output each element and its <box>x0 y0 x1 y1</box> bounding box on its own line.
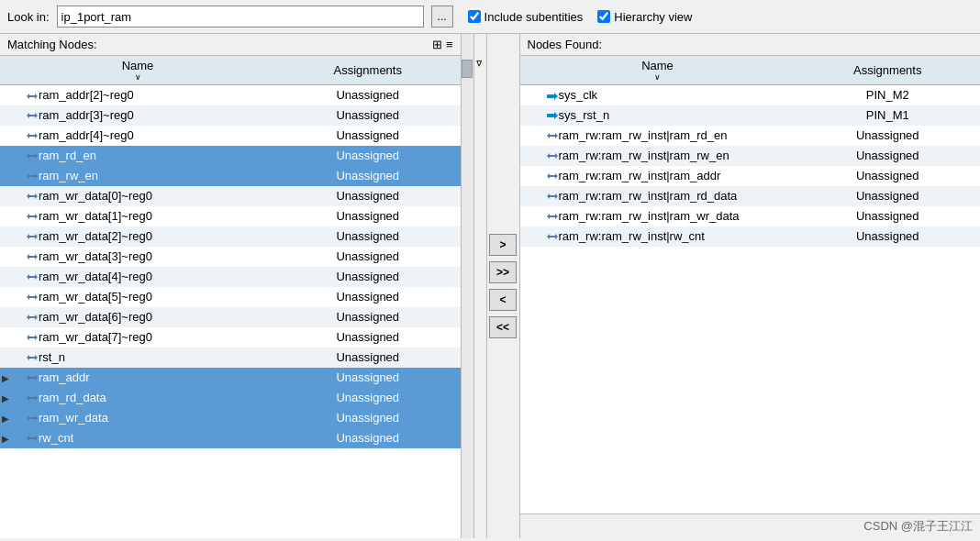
svg-marker-27 <box>547 234 558 239</box>
table-row[interactable]: ram_wr_data[2]~reg0Unassigned <box>0 226 461 247</box>
right-assignments-header: Assignments <box>796 56 981 85</box>
expand-arrow[interactable]: ▶ <box>2 373 9 383</box>
table-row[interactable]: ▶ ram_addrUnassigned <box>0 368 461 388</box>
grid-icon[interactable]: ⊞ <box>432 38 442 51</box>
node-assignment: PIN_M1 <box>796 105 981 126</box>
node-assignment: Unassigned <box>275 388 461 408</box>
node-assignment: Unassigned <box>275 267 461 287</box>
svg-marker-2 <box>27 133 38 138</box>
node-assignment: Unassigned <box>796 206 981 226</box>
svg-rect-20 <box>547 114 554 117</box>
include-subentities-checkbox[interactable] <box>468 10 481 23</box>
svg-marker-15 <box>27 395 38 401</box>
svg-marker-3 <box>27 153 38 159</box>
node-assignment: Unassigned <box>796 186 981 206</box>
left-name-header: Name ∨ <box>0 56 275 85</box>
table-row[interactable]: ram_wr_data[7]~reg0Unassigned <box>0 327 461 348</box>
table-row[interactable]: ram_rw:ram_rw_inst|ram_rd_enUnassigned <box>520 126 981 146</box>
node-name: ram_addr[4]~reg0 <box>18 126 275 146</box>
left-assignments-header: Assignments <box>275 56 461 85</box>
node-name: ram_rd_data <box>18 388 275 408</box>
hierarchy-view-checkbox[interactable] <box>597 10 610 23</box>
node-assignment: PIN_M2 <box>796 85 981 105</box>
node-assignment: Unassigned <box>275 247 461 267</box>
node-name: ram_wr_data[5]~reg0 <box>18 287 275 307</box>
move-one-right-button[interactable]: > <box>489 234 517 256</box>
node-name: ram_wr_data[7]~reg0 <box>18 327 275 348</box>
include-subentities-label: Include subentities <box>484 10 584 24</box>
look-in-input[interactable] <box>57 6 424 28</box>
node-assignment: Unassigned <box>275 327 461 348</box>
watermark: CSDN @混子王江江 <box>520 513 981 538</box>
svg-marker-12 <box>27 335 38 340</box>
node-assignment: Unassigned <box>275 105 461 126</box>
table-row[interactable]: rst_nUnassigned <box>0 348 461 368</box>
table-row[interactable]: ▶ ram_rd_dataUnassigned <box>0 388 461 408</box>
svg-marker-10 <box>27 294 38 300</box>
node-assignment: Unassigned <box>275 166 461 186</box>
node-name: ram_rd_en <box>18 146 275 166</box>
node-assignment: Unassigned <box>275 206 461 226</box>
table-row[interactable]: ▶ rw_cntUnassigned <box>0 428 461 448</box>
node-assignment: Unassigned <box>796 126 981 146</box>
table-row[interactable]: sys_rst_nPIN_M1 <box>520 105 981 126</box>
browse-button[interactable]: ... <box>431 6 453 28</box>
svg-marker-1 <box>27 113 38 118</box>
node-name: rst_n <box>18 348 275 368</box>
matching-nodes-header: Matching Nodes: ⊞ ≡ <box>0 34 461 56</box>
svg-marker-17 <box>27 436 38 441</box>
table-row[interactable]: ram_rw:ram_rw_inst|ram_addrUnassigned <box>520 166 981 186</box>
svg-marker-25 <box>547 193 558 199</box>
table-row[interactable]: sys_clkPIN_M2 <box>520 85 981 105</box>
table-row[interactable]: ram_rw:ram_rw_inst|ram_rw_enUnassigned <box>520 146 981 166</box>
node-assignment: Unassigned <box>275 287 461 307</box>
node-name: ram_rw:ram_rw_inst|ram_wr_data <box>539 206 796 226</box>
pin-icon[interactable]: ⊳ <box>474 60 484 67</box>
expand-arrow[interactable]: ▶ <box>2 393 9 403</box>
table-row[interactable]: ram_rd_enUnassigned <box>0 146 461 166</box>
move-one-left-button[interactable]: < <box>489 289 517 311</box>
move-all-left-button[interactable]: << <box>489 316 517 338</box>
svg-marker-26 <box>547 214 558 219</box>
svg-marker-8 <box>27 254 38 259</box>
table-row[interactable]: ram_wr_data[5]~reg0Unassigned <box>0 287 461 307</box>
matching-nodes-table[interactable]: Name ∨ Assignments ram_addr[2]~reg0Unass… <box>0 56 461 538</box>
table-row[interactable]: ram_rw_enUnassigned <box>0 166 461 186</box>
svg-marker-19 <box>554 93 558 100</box>
node-name: ram_rw_en <box>18 166 275 186</box>
node-assignment: Unassigned <box>796 166 981 186</box>
table-row[interactable]: ram_wr_data[3]~reg0Unassigned <box>0 247 461 267</box>
table-row[interactable]: ram_addr[3]~reg0Unassigned <box>0 105 461 126</box>
table-row[interactable]: ▶ ram_wr_dataUnassigned <box>0 408 461 428</box>
table-row[interactable]: ram_wr_data[6]~reg0Unassigned <box>0 307 461 327</box>
node-name: ram_addr <box>18 368 275 388</box>
svg-marker-4 <box>27 173 38 179</box>
node-assignment: Unassigned <box>796 226 981 247</box>
table-row[interactable]: ram_rw:ram_rw_inst|rw_cntUnassigned <box>520 226 981 247</box>
node-name: ram_wr_data[6]~reg0 <box>18 307 275 327</box>
node-name: ram_rw:ram_rw_inst|ram_rd_en <box>539 126 796 146</box>
table-row[interactable]: ram_wr_data[1]~reg0Unassigned <box>0 206 461 226</box>
expand-arrow[interactable]: ▶ <box>2 434 9 444</box>
svg-marker-9 <box>27 274 38 280</box>
node-assignment: Unassigned <box>275 428 461 448</box>
node-name: sys_clk <box>539 85 796 105</box>
node-assignment: Unassigned <box>275 408 461 428</box>
table-row[interactable]: ram_addr[4]~reg0Unassigned <box>0 126 461 146</box>
expand-arrow[interactable]: ▶ <box>2 414 9 424</box>
list-icon[interactable]: ≡ <box>446 38 453 51</box>
svg-marker-21 <box>554 112 558 119</box>
node-assignment: Unassigned <box>275 146 461 166</box>
table-row[interactable]: ram_wr_data[4]~reg0Unassigned <box>0 267 461 287</box>
node-name: rw_cnt <box>18 428 275 448</box>
table-row[interactable]: ram_wr_data[0]~reg0Unassigned <box>0 186 461 206</box>
table-row[interactable]: ram_rw:ram_rw_inst|ram_wr_dataUnassigned <box>520 206 981 226</box>
table-row[interactable]: ram_addr[2]~reg0Unassigned <box>0 85 461 105</box>
svg-marker-5 <box>27 193 38 199</box>
table-row[interactable]: ram_rw:ram_rw_inst|ram_rd_dataUnassigned <box>520 186 981 206</box>
node-name: ram_rw:ram_rw_inst|rw_cnt <box>539 226 796 247</box>
move-all-right-button[interactable]: >> <box>489 261 517 283</box>
node-name: ram_rw:ram_rw_inst|ram_rw_en <box>539 146 796 166</box>
svg-marker-23 <box>547 153 558 159</box>
nodes-found-table[interactable]: Name ∨ Assignments sys_clkPIN_M2 sys_rst… <box>520 56 981 513</box>
